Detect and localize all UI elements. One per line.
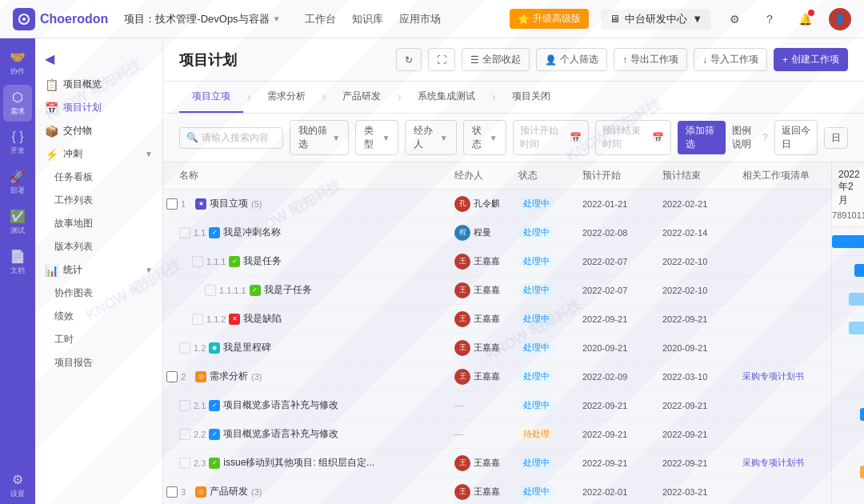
tab-project-init[interactable]: 项目立项: [179, 82, 243, 113]
logo[interactable]: Choerodon: [13, 8, 108, 30]
gantt-bar[interactable]: [860, 466, 864, 478]
gantt-bar[interactable]: [860, 408, 864, 421]
sidebar-item-versionlist[interactable]: 版本列表: [35, 235, 162, 258]
table-row[interactable]: 1.1.1 ✓ 我是任务 王 王嘉嘉 处理中 2022-02-07 2022-0…: [163, 247, 831, 276]
day-view-button[interactable]: 日: [824, 127, 848, 149]
related-link[interactable]: 采购专项计划书: [742, 370, 804, 382]
settings-icon-btn[interactable]: ⚙: [723, 8, 746, 30]
sidebar-icon-dev[interactable]: { } 开发: [3, 125, 32, 161]
table-row[interactable]: 3 ◎ 产品研发 (3) 王 王嘉嘉 处理中 2022-02-01 2022-0…: [163, 478, 831, 504]
help-icon-btn[interactable]: ?: [758, 8, 781, 30]
task-name[interactable]: 我是里程碑: [223, 341, 271, 354]
assignee-filter-button[interactable]: 经办人 ▼: [405, 120, 456, 155]
project-selector[interactable]: 项目：技术管理-DevOps与容器 ▼: [124, 12, 280, 26]
nav-appmarket[interactable]: 应用市场: [399, 12, 441, 26]
tab-integration-test[interactable]: 系统集成测试: [405, 82, 488, 113]
nav-knowledge[interactable]: 知识库: [352, 12, 383, 26]
sidebar-item-overview[interactable]: 📋 项目概览: [35, 73, 162, 96]
assignee-avatar: 孔: [454, 196, 470, 212]
table-row[interactable]: 1.1.1.1 ✓ 我是子任务 王 王嘉嘉 处理中 2022-02-07 202…: [163, 276, 831, 305]
import-button[interactable]: ↓ 导入工作项: [694, 48, 767, 71]
cell-name: 2 ◎ 需求分析 (3): [163, 366, 451, 386]
sidebar-icon-settings[interactable]: ⚙ 设置: [3, 467, 32, 504]
related-link[interactable]: 采购专项计划书: [742, 457, 804, 469]
my-filter-button[interactable]: 我的筛选 ▼: [290, 120, 349, 155]
table-row[interactable]: 1 ★ 项目立项 (5) 孔 孔令麒 处理中 2022-01-21 2022-0…: [163, 190, 831, 218]
sidebar-item-deliverable[interactable]: 📦 交付物: [35, 119, 162, 142]
gantt-bar[interactable]: [849, 293, 864, 306]
task-name[interactable]: 项目概览多语言补充与修改: [223, 427, 338, 441]
gantt-bar[interactable]: [849, 322, 864, 334]
task-name[interactable]: 项目立项: [210, 197, 248, 210]
sidebar-item-stats[interactable]: 📊 统计 ▼: [35, 258, 162, 282]
task-name[interactable]: 我是子任务: [264, 283, 312, 297]
table-row[interactable]: 2.3 ✓ issue移动到其他项目: 组织层自定... 王 王嘉嘉 处理中 2…: [163, 449, 831, 478]
sidebar-item-hours[interactable]: 工时: [35, 328, 162, 351]
status-filter-button[interactable]: 状态 ▼: [463, 120, 506, 155]
end-date-filter[interactable]: 预计结束时间 📅: [595, 120, 671, 155]
type-filter-button[interactable]: 类型 ▼: [355, 120, 398, 155]
gantt-bar[interactable]: [854, 264, 864, 277]
sidebar-item-performance[interactable]: 绩效: [35, 305, 162, 328]
sidebar-item-worklist[interactable]: 工作列表: [35, 189, 162, 212]
row-checkbox[interactable]: [179, 400, 190, 411]
row-checkbox[interactable]: [179, 227, 190, 238]
create-workitem-button[interactable]: + 创建工作项: [774, 48, 848, 71]
sidebar-item-collab-chart[interactable]: 协作图表: [35, 282, 162, 305]
refresh-button[interactable]: ↻: [396, 48, 422, 71]
sidebar-item-project-report[interactable]: 项目报告: [35, 351, 162, 374]
task-name[interactable]: 项目概览多语言补充与修改: [223, 398, 338, 412]
task-name[interactable]: 我是缺陷: [243, 312, 282, 326]
sidebar-item-taskboard[interactable]: 任务看板: [35, 166, 162, 189]
assignee-name: 王嘉嘉: [474, 255, 500, 267]
upgrade-button[interactable]: ⭐ 升级高级版: [510, 9, 589, 29]
personal-filter-button[interactable]: 👤 个人筛选: [536, 48, 607, 71]
start-date-filter[interactable]: 预计开始时间 📅: [513, 120, 589, 155]
search-input[interactable]: 🔍 请输入搜索内容: [179, 127, 283, 149]
table-row[interactable]: 1.2 ◆ 我是里程碑 王 王嘉嘉 处理中 2020-09-21 2020-09…: [163, 334, 831, 362]
row-checkbox[interactable]: [192, 314, 203, 325]
add-filter-button[interactable]: 添加筛选: [678, 121, 726, 154]
row-checkbox[interactable]: [179, 342, 190, 354]
sidebar-icon-test[interactable]: ✅ 测试: [3, 204, 32, 241]
table-row[interactable]: 2 ◎ 需求分析 (3) 王 王嘉嘉 处理中 2022-02-09 2022-0…: [163, 362, 831, 391]
workspace-selector[interactable]: 🖥 中台研发中心 ▼: [602, 9, 710, 30]
row-checkbox[interactable]: [179, 458, 190, 469]
row-checkbox[interactable]: [205, 285, 216, 296]
row-checkbox[interactable]: [192, 256, 203, 267]
back-button[interactable]: ◀: [35, 45, 162, 73]
user-avatar[interactable]: 👤: [829, 8, 851, 30]
table-row[interactable]: 1.1.2 ✕ 我是缺陷 王 王嘉嘉 处理中 2022-09-21 2022-0…: [163, 305, 831, 334]
tab-project-close[interactable]: 项目关闭: [499, 82, 563, 113]
row-checkbox[interactable]: [179, 429, 190, 440]
sidebar-item-sprint[interactable]: ⚡ 冲刺 ▼: [35, 142, 162, 166]
task-name[interactable]: 需求分析: [210, 370, 248, 383]
row-checkbox[interactable]: [166, 371, 178, 382]
tab-requirements[interactable]: 需求分析: [254, 82, 318, 113]
sidebar-item-storymap[interactable]: 故事地图: [35, 212, 162, 235]
sidebar-item-plan[interactable]: 📅 项目计划: [35, 96, 162, 119]
row-checkbox[interactable]: [166, 486, 178, 498]
sidebar-icon-docs[interactable]: 📄 文档: [3, 244, 32, 281]
table-row[interactable]: 2.2 ✓ 项目概览多语言补充与修改 — 待处理 2022-09-21 2022…: [163, 420, 831, 449]
nav-workbench[interactable]: 工作台: [305, 12, 336, 26]
task-name[interactable]: 产品研发: [210, 485, 248, 498]
task-name[interactable]: 我是冲刺名称: [223, 226, 281, 239]
sidebar-icon-deploy[interactable]: 🚀 部署: [3, 164, 32, 201]
collapse-all-button[interactable]: ☰ 全部收起: [462, 48, 530, 71]
table-row[interactable]: 1.1 ✓ 我是冲刺名称 程 程曼 处理中 2022-02-08 2022-02…: [163, 218, 831, 247]
task-name[interactable]: issue移动到其他项目: 组织层自定...: [223, 456, 374, 470]
export-button[interactable]: ↑ 导出工作项: [614, 48, 687, 71]
row-checkbox[interactable]: [166, 198, 178, 210]
legend-button[interactable]: 图例说明 ?: [732, 124, 767, 151]
return-today-button[interactable]: 返回今日: [774, 120, 818, 155]
sidebar-icon-requirements[interactable]: ⬡ 需求: [3, 85, 32, 122]
sidebar-icon-collaborate[interactable]: 🤝 协作: [3, 45, 32, 82]
task-name[interactable]: 我是任务: [243, 254, 282, 268]
gantt-bar[interactable]: [832, 235, 864, 248]
tab-product-dev[interactable]: 产品研发: [330, 82, 394, 113]
fullscreen-button[interactable]: ⛶: [428, 48, 455, 71]
table-row[interactable]: 2.1 ✓ 项目概览多语言补充与修改 — 处理中 2022-09-21 2022…: [163, 391, 831, 420]
notification-icon-btn[interactable]: 🔔: [794, 8, 816, 30]
task-type-icon: ✓: [209, 227, 220, 238]
